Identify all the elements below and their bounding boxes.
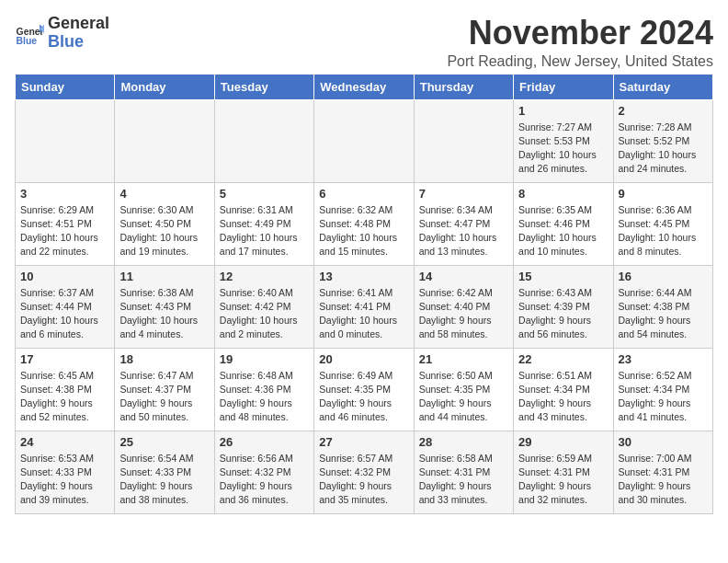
cell-info: Sunrise: 6:41 AMSunset: 4:41 PMDaylight:… (319, 286, 408, 342)
cell-info: Sunrise: 6:48 AMSunset: 4:36 PMDaylight:… (220, 369, 309, 425)
header-row: SundayMondayTuesdayWednesdayThursdayFrid… (16, 74, 713, 99)
cell-info: Sunrise: 6:45 AMSunset: 4:38 PMDaylight:… (20, 369, 109, 425)
day-number: 20 (319, 352, 408, 366)
calendar-cell: 1Sunrise: 7:27 AMSunset: 5:53 PMDaylight… (514, 99, 613, 182)
cell-info: Sunrise: 7:00 AMSunset: 4:31 PMDaylight:… (619, 452, 708, 508)
calendar-cell: 11Sunrise: 6:38 AMSunset: 4:43 PMDayligh… (115, 265, 214, 348)
calendar-cell (214, 99, 313, 182)
calendar-cell: 26Sunrise: 6:56 AMSunset: 4:32 PMDayligh… (214, 431, 313, 513)
main-container: General Blue General Blue November 2024 … (0, 0, 728, 522)
calendar-cell: 12Sunrise: 6:40 AMSunset: 4:42 PMDayligh… (214, 265, 313, 348)
cell-info: Sunrise: 6:54 AMSunset: 4:33 PMDaylight:… (119, 452, 209, 508)
calendar-cell: 15Sunrise: 6:43 AMSunset: 4:39 PMDayligh… (514, 265, 613, 348)
calendar-cell: 7Sunrise: 6:34 AMSunset: 4:47 PMDaylight… (414, 182, 513, 265)
day-number: 24 (20, 435, 109, 449)
day-number: 16 (619, 270, 708, 283)
calendar-cell: 27Sunrise: 6:57 AMSunset: 4:32 PMDayligh… (314, 431, 414, 513)
day-number: 28 (419, 435, 508, 449)
calendar-cell: 21Sunrise: 6:50 AMSunset: 4:35 PMDayligh… (414, 348, 513, 431)
calendar-cell: 30Sunrise: 7:00 AMSunset: 4:31 PMDayligh… (613, 431, 712, 513)
week-row-3: 17Sunrise: 6:45 AMSunset: 4:38 PMDayligh… (16, 348, 713, 431)
svg-text:Blue: Blue (17, 36, 38, 46)
day-number: 8 (518, 187, 608, 201)
calendar-cell (414, 99, 513, 182)
calendar-cell: 23Sunrise: 6:52 AMSunset: 4:34 PMDayligh… (613, 348, 712, 431)
day-number: 4 (119, 187, 209, 201)
day-number: 5 (220, 187, 309, 201)
calendar-cell: 25Sunrise: 6:54 AMSunset: 4:33 PMDayligh… (115, 431, 214, 513)
calendar-cell: 3Sunrise: 6:29 AMSunset: 4:51 PMDaylight… (16, 182, 115, 265)
day-number: 15 (518, 270, 608, 283)
calendar-table: SundayMondayTuesdayWednesdayThursdayFrid… (15, 74, 713, 514)
day-number: 21 (419, 352, 508, 366)
cell-info: Sunrise: 7:27 AMSunset: 5:53 PMDaylight:… (518, 121, 608, 177)
day-number: 11 (119, 270, 209, 283)
day-number: 22 (518, 352, 608, 366)
cell-info: Sunrise: 6:47 AMSunset: 4:37 PMDaylight:… (119, 369, 209, 425)
calendar-cell: 2Sunrise: 7:28 AMSunset: 5:52 PMDaylight… (613, 99, 712, 182)
calendar-cell: 8Sunrise: 6:35 AMSunset: 4:46 PMDaylight… (514, 182, 613, 265)
calendar-cell: 10Sunrise: 6:37 AMSunset: 4:44 PMDayligh… (16, 265, 115, 348)
day-number: 13 (319, 270, 408, 283)
day-number: 12 (220, 270, 309, 283)
cell-info: Sunrise: 6:40 AMSunset: 4:42 PMDaylight:… (220, 286, 309, 342)
title-section: November 2024 Port Reading, New Jersey, … (447, 15, 713, 70)
week-row-0: 1Sunrise: 7:27 AMSunset: 5:53 PMDaylight… (16, 99, 713, 182)
day-number: 27 (319, 435, 408, 449)
cell-info: Sunrise: 6:30 AMSunset: 4:50 PMDaylight:… (119, 203, 209, 259)
header-cell-sunday: Sunday (16, 74, 115, 99)
day-number: 7 (419, 187, 508, 201)
calendar-cell: 29Sunrise: 6:59 AMSunset: 4:31 PMDayligh… (514, 431, 613, 513)
week-row-2: 10Sunrise: 6:37 AMSunset: 4:44 PMDayligh… (16, 265, 713, 348)
cell-info: Sunrise: 6:36 AMSunset: 4:45 PMDaylight:… (619, 203, 708, 259)
calendar-cell: 17Sunrise: 6:45 AMSunset: 4:38 PMDayligh… (16, 348, 115, 431)
cell-info: Sunrise: 6:58 AMSunset: 4:31 PMDaylight:… (419, 452, 508, 508)
cell-info: Sunrise: 6:51 AMSunset: 4:34 PMDaylight:… (518, 369, 608, 425)
cell-info: Sunrise: 6:43 AMSunset: 4:39 PMDaylight:… (518, 286, 608, 342)
cell-info: Sunrise: 6:50 AMSunset: 4:35 PMDaylight:… (419, 369, 508, 425)
header-cell-saturday: Saturday (613, 74, 712, 99)
calendar-cell: 9Sunrise: 6:36 AMSunset: 4:45 PMDaylight… (613, 182, 712, 265)
day-number: 2 (619, 104, 708, 118)
calendar-cell: 24Sunrise: 6:53 AMSunset: 4:33 PMDayligh… (16, 431, 115, 513)
cell-info: Sunrise: 6:44 AMSunset: 4:38 PMDaylight:… (619, 286, 708, 342)
day-number: 26 (220, 435, 309, 449)
day-number: 17 (20, 352, 109, 366)
cell-info: Sunrise: 6:29 AMSunset: 4:51 PMDaylight:… (20, 203, 109, 259)
day-number: 6 (319, 187, 408, 201)
day-number: 9 (619, 187, 708, 201)
calendar-header: SundayMondayTuesdayWednesdayThursdayFrid… (16, 74, 713, 99)
header-cell-wednesday: Wednesday (314, 74, 414, 99)
day-number: 19 (220, 352, 309, 366)
calendar-body: 1Sunrise: 7:27 AMSunset: 5:53 PMDaylight… (16, 99, 713, 513)
day-number: 14 (419, 270, 508, 283)
calendar-cell: 16Sunrise: 6:44 AMSunset: 4:38 PMDayligh… (613, 265, 712, 348)
cell-info: Sunrise: 6:38 AMSunset: 4:43 PMDaylight:… (119, 286, 209, 342)
subtitle: Port Reading, New Jersey, United States (447, 53, 713, 70)
day-number: 25 (119, 435, 209, 449)
logo: General Blue General Blue (15, 15, 109, 52)
cell-info: Sunrise: 6:56 AMSunset: 4:32 PMDaylight:… (220, 452, 309, 508)
calendar-cell: 5Sunrise: 6:31 AMSunset: 4:49 PMDaylight… (214, 182, 313, 265)
cell-info: Sunrise: 6:57 AMSunset: 4:32 PMDaylight:… (319, 452, 408, 508)
calendar-cell: 13Sunrise: 6:41 AMSunset: 4:41 PMDayligh… (314, 265, 414, 348)
header-cell-friday: Friday (514, 74, 613, 99)
calendar-cell: 6Sunrise: 6:32 AMSunset: 4:48 PMDaylight… (314, 182, 414, 265)
logo-blue-text: Blue (48, 33, 109, 52)
day-number: 10 (20, 270, 109, 283)
cell-info: Sunrise: 6:35 AMSunset: 4:46 PMDaylight:… (518, 203, 608, 259)
cell-info: Sunrise: 6:37 AMSunset: 4:44 PMDaylight:… (20, 286, 109, 342)
cell-info: Sunrise: 6:53 AMSunset: 4:33 PMDaylight:… (20, 452, 109, 508)
day-number: 18 (119, 352, 209, 366)
week-row-1: 3Sunrise: 6:29 AMSunset: 4:51 PMDaylight… (16, 182, 713, 265)
logo-icon: General Blue (15, 18, 44, 48)
calendar-cell (16, 99, 115, 182)
cell-info: Sunrise: 6:32 AMSunset: 4:48 PMDaylight:… (319, 203, 408, 259)
calendar-cell: 28Sunrise: 6:58 AMSunset: 4:31 PMDayligh… (414, 431, 513, 513)
header-cell-tuesday: Tuesday (214, 74, 313, 99)
week-row-4: 24Sunrise: 6:53 AMSunset: 4:33 PMDayligh… (16, 431, 713, 513)
header-cell-monday: Monday (115, 74, 214, 99)
cell-info: Sunrise: 6:31 AMSunset: 4:49 PMDaylight:… (220, 203, 309, 259)
cell-info: Sunrise: 6:52 AMSunset: 4:34 PMDaylight:… (619, 369, 708, 425)
day-number: 1 (518, 104, 608, 118)
